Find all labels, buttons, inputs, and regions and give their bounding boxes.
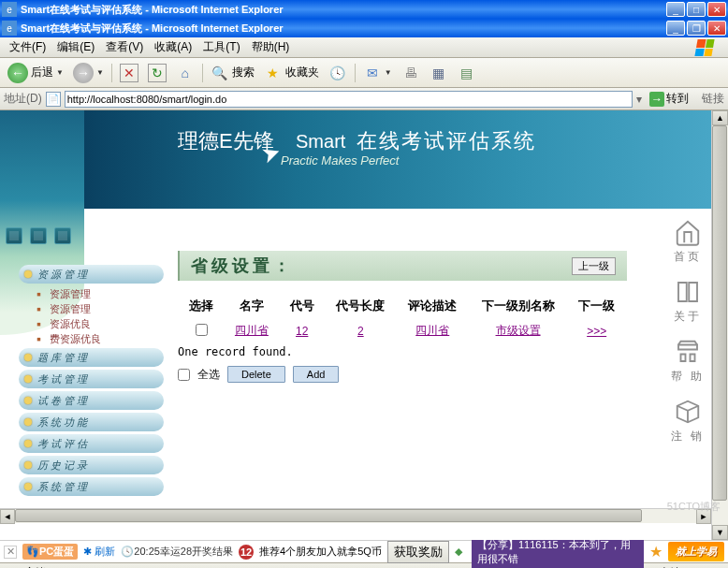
print-button[interactable]: 🖶	[398, 62, 424, 84]
scroll-down-button[interactable]: ▼	[712, 525, 728, 540]
menu-bar: 文件(F) 编辑(E) 查看(V) 收藏(A) 工具(T) 帮助(H)	[0, 37, 728, 58]
menu-file[interactable]: 文件(F)	[4, 37, 51, 57]
menu-help[interactable]: 帮助(H)	[246, 37, 296, 57]
back-label: 后退	[31, 65, 53, 80]
row-next-link[interactable]: >>>	[587, 325, 606, 338]
edit-button[interactable]: ▦	[426, 62, 452, 84]
history-icon: 🕓	[328, 64, 347, 82]
rnav-logout[interactable]: 注 销	[670, 398, 706, 444]
sidebar-system-mgmt[interactable]: 系 统 管 理	[19, 477, 164, 496]
go-icon: →	[649, 92, 664, 107]
rnav-about[interactable]: 关于	[670, 278, 706, 325]
col-desc: 评论描述	[398, 294, 468, 318]
row-desc-link[interactable]: 四川省	[415, 324, 449, 337]
spot-3[interactable]	[54, 227, 71, 244]
menu-view[interactable]: 查看(V)	[100, 37, 149, 57]
col-code: 代号	[281, 294, 324, 318]
data-table: 选择 名字 代号 代号长度 评论描述 下一级别名称 下一级 四川省 12 2 四…	[178, 292, 627, 343]
hscroll-thumb[interactable]	[15, 509, 642, 522]
refresh-button[interactable]: ↻	[144, 62, 170, 84]
select-all-checkbox[interactable]	[178, 369, 190, 381]
favorites-button[interactable]: ★收藏夹	[260, 62, 323, 84]
scroll-up-button[interactable]: ▲	[712, 110, 728, 125]
window-title-2: Smart在线考试与评估系统 - Microsoft Internet Expl…	[21, 22, 666, 36]
lottery-number: 12	[239, 545, 254, 560]
phone-icon	[670, 338, 706, 366]
maximize-button[interactable]: □	[687, 2, 706, 17]
scroll-left-button[interactable]: ◄	[0, 509, 15, 524]
address-label: 地址(D)	[4, 91, 42, 107]
sidebar-sub-2[interactable]: 资源管理	[33, 301, 164, 316]
sidebar-sub-3[interactable]: 资源优良	[33, 316, 164, 331]
home-button[interactable]: ⌂	[172, 62, 198, 84]
panel-title: 省级设置：	[191, 255, 294, 277]
back-button[interactable]: ← 后退 ▼	[4, 62, 67, 84]
award-button[interactable]: 获取奖励	[387, 541, 449, 563]
delete-button[interactable]: Delete	[227, 366, 285, 383]
row-codelen-link[interactable]: 2	[357, 325, 364, 338]
watermark: 51CTO博客	[667, 500, 721, 514]
row-checkbox[interactable]	[196, 324, 208, 336]
book-icon	[670, 278, 706, 306]
sidebar-question-bank[interactable]: 题 库 管 理	[19, 348, 164, 367]
pc-badge[interactable]: 👣PC蛋蛋	[22, 544, 78, 560]
address-input[interactable]	[65, 91, 633, 108]
col-name: 名字	[225, 294, 278, 318]
discuss-icon: ▤	[458, 64, 476, 82]
forward-button[interactable]: → ▼	[69, 62, 108, 84]
banner-smart: Smart	[296, 131, 345, 152]
page-icon: 📄	[46, 92, 61, 107]
sidebar-resource-mgmt[interactable]: 资 源 管 理	[19, 265, 164, 284]
windows-logo	[696, 39, 724, 56]
col-next: 下一级	[568, 294, 625, 318]
house-icon	[670, 218, 706, 246]
minimize-button[interactable]: _	[666, 2, 685, 17]
discuss-button[interactable]: ▤	[454, 62, 480, 84]
go-label: 转到	[666, 91, 689, 107]
menu-tools[interactable]: 工具(T)	[197, 37, 245, 57]
table-header-row: 选择 名字 代号 代号长度 评论描述 下一级别名称 下一级	[180, 294, 625, 318]
vertical-scrollbar[interactable]: ▲ ▼	[711, 110, 728, 540]
sidebar-exam-mgmt[interactable]: 考 试 管 理	[19, 370, 164, 388]
menu-edit[interactable]: 编辑(E)	[51, 37, 100, 57]
sidebar-sub-4[interactable]: 费资源优良	[33, 331, 164, 346]
col-select: 选择	[180, 294, 223, 318]
action-row: 全选 Delete Add	[178, 366, 627, 383]
stop-button[interactable]: ✕	[116, 62, 142, 84]
outer-title-bar: e Smart在线考试与评估系统 - Microsoft Internet Ex…	[0, 0, 728, 19]
mail-button[interactable]: ✉▼	[359, 62, 396, 84]
horizontal-scrollbar[interactable]: ◄ ►	[0, 508, 711, 523]
close-button[interactable]: ✕	[707, 21, 726, 36]
banner-refresh[interactable]: ✱ 刷新	[83, 545, 115, 559]
minimize-button[interactable]: _	[666, 21, 685, 36]
sidebar-sub-1[interactable]: 资源管理	[33, 286, 164, 301]
banner-title: 在线考试评估系统	[357, 129, 536, 153]
spot-1[interactable]	[6, 227, 22, 244]
rnav-help[interactable]: 帮 助	[670, 338, 706, 385]
xueyi-badge[interactable]: 就上学易	[668, 542, 724, 561]
spot-2[interactable]	[30, 227, 47, 244]
up-level-button[interactable]: 上一级	[572, 257, 616, 275]
col-codelen: 代号长度	[326, 294, 396, 318]
row-nextname-link[interactable]: 市级设置	[496, 324, 541, 337]
sidebar-exam-eval[interactable]: 考 试 评 估	[19, 434, 164, 453]
restore-button[interactable]: ❐	[687, 21, 706, 36]
links-label[interactable]: 链接	[702, 91, 724, 107]
row-name-link[interactable]: 四川省	[235, 324, 269, 337]
sidebar-history[interactable]: 历 史 记 录	[19, 456, 164, 474]
banner-close-icon[interactable]: ✕	[4, 546, 17, 559]
row-code-link[interactable]: 12	[296, 325, 308, 338]
close-button[interactable]: ✕	[707, 2, 726, 17]
rnav-home[interactable]: 首页	[670, 218, 706, 265]
history-button[interactable]: 🕓	[325, 62, 351, 84]
home-icon: ⌂	[176, 64, 195, 82]
search-icon: 🔍	[211, 64, 229, 82]
add-button[interactable]: Add	[293, 366, 340, 383]
sidebar-paper-mgmt[interactable]: 试 卷 管 理	[19, 391, 164, 410]
menu-favorites[interactable]: 收藏(A)	[149, 37, 197, 57]
bottom-banner: ✕ 👣PC蛋蛋 ✱ 刷新 🕓20:25幸运28开奖结果 12 推荐4个朋友加入就…	[0, 540, 728, 562]
vscroll-thumb[interactable]	[712, 125, 727, 501]
search-button[interactable]: 🔍搜索	[207, 62, 258, 84]
go-button[interactable]: → 转到	[646, 91, 692, 107]
sidebar-system-func[interactable]: 系 统 功 能	[19, 413, 164, 431]
